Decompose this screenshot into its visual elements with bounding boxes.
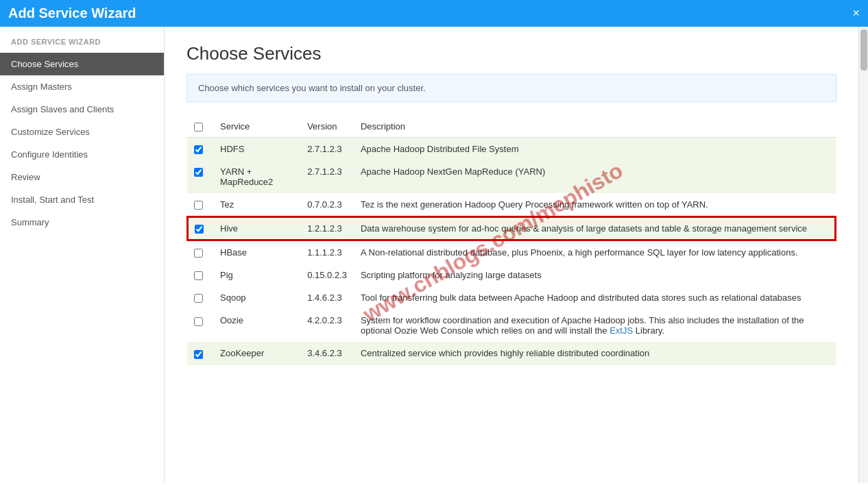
checkbox-cell-hive <box>187 216 213 240</box>
service-name-pig: Pig <box>213 264 300 286</box>
sidebar-section-title: ADD SERVICE WIZARD <box>0 38 164 53</box>
service-name-zookeeper: ZooKeeper <box>213 342 300 364</box>
close-button[interactable]: × <box>852 6 860 21</box>
checkbox-cell-hbase <box>187 240 213 264</box>
checkbox-sqoop[interactable] <box>194 294 203 303</box>
service-name-tez: Tez <box>213 193 300 216</box>
select-all-checkbox[interactable] <box>194 123 203 132</box>
service-description-hdfs: Apache Hadoop Distributed File System <box>354 138 836 161</box>
scrollbar[interactable] <box>858 27 868 483</box>
service-name-hbase: HBase <box>213 240 300 264</box>
sidebar-item-assign-slaves[interactable]: Assign Slaves and Clients <box>0 98 164 121</box>
table-row-yarn: YARN + MapReduce22.7.1.2.3Apache Hadoop … <box>187 160 836 193</box>
table-row-tez: Tez0.7.0.2.3Tez is the next generation H… <box>187 193 836 216</box>
sidebar-nav: Choose ServicesAssign MastersAssign Slav… <box>0 53 164 234</box>
checkbox-cell-hdfs <box>187 138 213 161</box>
scrollbar-thumb[interactable] <box>860 29 867 71</box>
service-description-yarn: Apache Hadoop NextGen MapReduce (YARN) <box>354 160 836 193</box>
sidebar-item-assign-masters[interactable]: Assign Masters <box>0 75 164 98</box>
service-name-hive: Hive <box>213 216 300 240</box>
checkbox-oozie[interactable] <box>194 317 203 326</box>
service-description-sqoop: Tool for transferring bulk data between … <box>354 286 836 309</box>
checkbox-cell-pig <box>187 264 213 286</box>
checkbox-hbase[interactable] <box>194 249 203 258</box>
checkbox-tez[interactable] <box>194 201 203 210</box>
app-title: Add Service Wizard <box>8 5 136 21</box>
table-row-hbase: HBase1.1.1.2.3A Non-relational distribut… <box>187 240 836 264</box>
service-name-oozie: Oozie <box>213 309 300 342</box>
content-area: Choose Services Choose which services yo… <box>165 27 858 483</box>
main-layout: ADD SERVICE WIZARD Choose ServicesAssign… <box>0 27 868 483</box>
checkbox-yarn[interactable] <box>194 168 203 177</box>
service-version-yarn: 2.7.1.2.3 <box>300 160 354 193</box>
service-table: Service Version Description HDFS2.7.1.2.… <box>186 116 836 365</box>
service-version-zookeeper: 3.4.6.2.3 <box>300 342 354 364</box>
service-description-tez: Tez is the next generation Hadoop Query … <box>354 193 836 216</box>
service-table-body: HDFS2.7.1.2.3Apache Hadoop Distributed F… <box>187 138 836 365</box>
sidebar: ADD SERVICE WIZARD Choose ServicesAssign… <box>0 27 165 483</box>
checkbox-hive[interactable] <box>195 225 204 234</box>
service-name-sqoop: Sqoop <box>213 286 300 309</box>
table-row-zookeeper: ZooKeeper3.4.6.2.3Centralized service wh… <box>187 342 836 364</box>
checkbox-cell-oozie <box>187 309 213 342</box>
title-bar: Add Service Wizard × <box>0 0 868 27</box>
sidebar-item-review[interactable]: Review <box>0 166 164 188</box>
service-version-sqoop: 1.4.6.2.3 <box>300 286 354 309</box>
table-row-sqoop: Sqoop1.4.6.2.3Tool for transferring bulk… <box>187 286 836 309</box>
extjs-link[interactable]: ExtJS <box>610 325 633 336</box>
service-version-hdfs: 2.7.1.2.3 <box>300 138 354 161</box>
checkbox-zookeeper[interactable] <box>194 350 203 359</box>
page-title: Choose Services <box>186 43 836 64</box>
checkbox-cell-sqoop <box>187 286 213 309</box>
service-description-zookeeper: Centralized service which provides highl… <box>354 342 836 364</box>
checkbox-hdfs[interactable] <box>194 145 203 154</box>
table-row-oozie: Oozie4.2.0.2.3System for workflow coordi… <box>187 309 836 342</box>
service-description-oozie: System for workflow coordination and exe… <box>354 309 836 342</box>
sidebar-item-summary[interactable]: Summary <box>0 211 164 234</box>
sidebar-item-install-start-test[interactable]: Install, Start and Test <box>0 188 164 211</box>
service-description-hbase: A Non-relational distributed database, p… <box>354 240 836 264</box>
table-row-pig: Pig0.15.0.2.3Scripting platform for anal… <box>187 264 836 286</box>
checkbox-cell-zookeeper <box>187 342 213 364</box>
sidebar-item-choose-services[interactable]: Choose Services <box>0 53 164 75</box>
header-description: Description <box>354 116 836 138</box>
service-version-tez: 0.7.0.2.3 <box>300 193 354 216</box>
table-row-hdfs: HDFS2.7.1.2.3Apache Hadoop Distributed F… <box>187 138 836 161</box>
service-description-pig: Scripting platform for analyzing large d… <box>354 264 836 286</box>
header-checkbox-col <box>187 116 213 138</box>
header-service: Service <box>213 116 300 138</box>
checkbox-pig[interactable] <box>194 271 203 280</box>
service-version-pig: 0.15.0.2.3 <box>300 264 354 286</box>
service-description-hive: Data warehouse system for ad-hoc queries… <box>354 216 836 240</box>
service-name-yarn: YARN + MapReduce2 <box>213 160 300 193</box>
service-version-hive: 1.2.1.2.3 <box>300 216 354 240</box>
service-version-oozie: 4.2.0.2.3 <box>300 309 354 342</box>
checkbox-cell-yarn <box>187 160 213 193</box>
service-name-hdfs: HDFS <box>213 138 300 161</box>
sidebar-item-customize-services[interactable]: Customize Services <box>0 121 164 143</box>
table-row-hive: Hive1.2.1.2.3Data warehouse system for a… <box>187 216 836 240</box>
sidebar-item-configure-identities[interactable]: Configure Identities <box>0 143 164 166</box>
header-version: Version <box>300 116 354 138</box>
service-version-hbase: 1.1.1.2.3 <box>300 240 354 264</box>
info-banner: Choose which services you want to instal… <box>186 74 836 102</box>
checkbox-cell-tez <box>187 193 213 216</box>
